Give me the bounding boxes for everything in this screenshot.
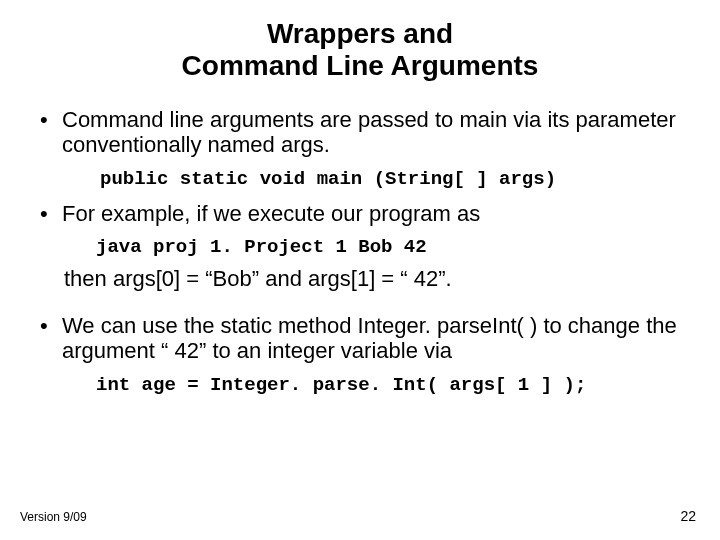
title-line-2: Command Line Arguments — [182, 50, 539, 81]
title-line-1: Wrappers and — [267, 18, 453, 49]
bullet-item-2: For example, if we execute our program a… — [36, 202, 684, 227]
bullet-item-1: Command line arguments are passed to mai… — [36, 108, 684, 157]
bullet-list-2: For example, if we execute our program a… — [36, 202, 684, 227]
code-parseint: int age = Integer. parse. Int( args[ 1 ]… — [96, 374, 684, 396]
then-line: then args[0] = “Bob” and args[1] = “ 42”… — [64, 266, 684, 292]
code-main-signature: public static void main (String[ ] args) — [100, 168, 684, 190]
footer-version: Version 9/09 — [20, 510, 87, 524]
bullet-text-1: Command line arguments are passed to mai… — [62, 107, 676, 157]
bullet-text-3: We can use the static method Integer. pa… — [62, 313, 677, 363]
bullet-list: Command line arguments are passed to mai… — [36, 108, 684, 157]
footer-page-number: 22 — [680, 508, 696, 524]
bullet-text-2: For example, if we execute our program a… — [62, 201, 480, 226]
bullet-item-3: We can use the static method Integer. pa… — [36, 314, 684, 363]
bullet-list-3: We can use the static method Integer. pa… — [36, 314, 684, 363]
code-java-invoke: java proj 1. Project 1 Bob 42 — [96, 236, 684, 258]
slide-title: Wrappers and Command Line Arguments — [36, 18, 684, 82]
